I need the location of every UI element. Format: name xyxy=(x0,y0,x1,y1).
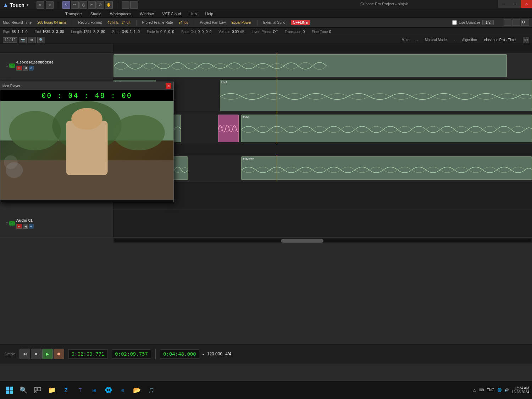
search-icon[interactable]: 🔍 xyxy=(37,37,45,43)
invert-phase-label: Invert Phase xyxy=(251,30,271,34)
end-value[interactable]: 1639. 3. 3. 80 xyxy=(42,30,64,34)
inspector-icon[interactable] xyxy=(512,20,520,26)
rewind-button[interactable]: ⏮ xyxy=(20,349,30,359)
ext-sync-value: OFFLINE xyxy=(291,20,310,25)
record-button[interactable]: ⏺ xyxy=(54,349,64,359)
track-1-mute-btn[interactable]: ◀ xyxy=(23,66,28,71)
clip-label-5: line2 xyxy=(242,115,532,119)
teams-icon[interactable]: T xyxy=(74,384,87,397)
start-button[interactable] xyxy=(3,384,16,397)
explorer-icon[interactable]: 📁 xyxy=(45,384,58,397)
video-titlebar: ideo Player ✕ xyxy=(0,82,173,90)
volume-value[interactable]: 0.00 xyxy=(232,30,239,34)
fadeout-label: Fade-Out xyxy=(181,30,196,34)
split-tool[interactable]: ✂ xyxy=(88,1,96,9)
taskview-icon xyxy=(34,387,41,393)
waveform-icon[interactable] xyxy=(122,1,129,9)
settings-icon[interactable]: ⚙ xyxy=(521,20,529,26)
play-button[interactable]: ▶ xyxy=(42,349,53,359)
system-tray: △ ⌨ ENG 🌐 🔊 12:34 AM 12/28/2024 xyxy=(473,386,529,394)
track-1-e-btn[interactable]: e xyxy=(29,66,34,71)
lang-indicator[interactable]: ENG xyxy=(487,388,494,392)
vstcloud-menu[interactable]: VST Cloud xyxy=(161,11,182,17)
camera-icon[interactable]: 📷 xyxy=(19,37,27,43)
edge-icon[interactable]: e xyxy=(116,384,129,397)
fadein-value[interactable]: 0. 0. 0. 0 xyxy=(160,30,174,34)
fadeout-value[interactable]: 0. 0. 0. 0 xyxy=(198,30,211,34)
mute-val: - xyxy=(416,38,417,42)
svg-point-45 xyxy=(71,108,102,129)
erase-tool[interactable]: ◇ xyxy=(79,1,87,9)
start-label: Start xyxy=(3,30,10,34)
transpose-value[interactable]: 0 xyxy=(303,30,305,34)
track-5-clip-right[interactable]: line3wav xyxy=(241,156,532,180)
fine-tune-value[interactable]: 0 xyxy=(329,30,331,34)
stop-button[interactable]: ■ xyxy=(31,349,41,359)
store-icon[interactable]: ⊞ xyxy=(88,384,101,397)
redo-icon[interactable]: ↻ xyxy=(46,1,54,9)
transport-menu[interactable]: Transport xyxy=(64,11,83,17)
use-quantize-checkbox[interactable] xyxy=(452,20,457,25)
svg-point-47 xyxy=(4,155,18,169)
help-menu[interactable]: Help xyxy=(204,11,215,17)
track-1-m-btn[interactable]: m xyxy=(9,63,15,68)
project-title: Cubase Pro Project - pinjak xyxy=(357,0,411,8)
svg-rect-50 xyxy=(6,390,9,394)
record-format-label: Record Format xyxy=(78,21,102,24)
workspaces-menu[interactable]: Workspaces xyxy=(109,11,133,17)
mixer-icon[interactable] xyxy=(504,20,511,26)
zoom-icon[interactable]: Z xyxy=(60,384,72,397)
window-menu[interactable]: Window xyxy=(138,11,155,17)
track-7-mute-btn[interactable]: ◀ xyxy=(23,224,28,229)
menu-bar: ▲ Touch ▼ ↺ ↻ ↖ ✏ ◇ ✂ ⊕ ✋ Cubase Pro Pro… xyxy=(0,0,532,10)
file-manager-icon[interactable]: 📂 xyxy=(131,384,143,397)
snap-value[interactable]: 348. 1. 1. 0 xyxy=(122,30,140,34)
length-value[interactable]: 1291. 2. 2. 80 xyxy=(83,30,105,34)
minimize-button[interactable]: ─ xyxy=(498,0,509,8)
track-1-clip[interactable] xyxy=(113,54,507,77)
start-value[interactable]: 68. 1. 1. 0 xyxy=(12,30,27,34)
track-7-name: Audio 01 xyxy=(16,218,111,222)
video-close-button[interactable]: ✕ xyxy=(166,83,171,89)
track-7-record-btn[interactable]: ● xyxy=(16,224,22,229)
frame-rate-label: Project Frame Rate xyxy=(142,21,173,24)
volume-unit: dB xyxy=(240,30,244,34)
scrollbar-thumb[interactable] xyxy=(281,239,323,243)
copy-icon[interactable]: ⧉ xyxy=(28,37,36,43)
fadein-label: Fade-In xyxy=(147,30,159,34)
zoom-tool[interactable]: ⊕ xyxy=(96,1,104,9)
hand-tool[interactable]: ✋ xyxy=(105,1,113,9)
app-icon-1[interactable]: 🎵 xyxy=(145,384,157,397)
transport-timecode: 0:04:48.000 xyxy=(160,349,199,359)
track-3-clip-right[interactable]: line2 xyxy=(241,115,532,142)
windows-icon xyxy=(6,387,13,394)
studio-menu[interactable]: Studio xyxy=(89,11,103,17)
track-7-e-btn[interactable]: e xyxy=(29,224,34,229)
menu-items-row: Transport Studio Workspaces Window VST C… xyxy=(0,10,532,18)
quantize-value[interactable]: 1/2 xyxy=(482,20,494,25)
track-1-record-btn[interactable]: ● xyxy=(16,66,22,71)
scrollbar-track[interactable] xyxy=(114,239,531,242)
track-2-clip-right[interactable]: line1 xyxy=(220,80,532,111)
close-button[interactable]: ✕ xyxy=(521,0,532,8)
track-7-header: 7 m Audio 01 ● ◀ e xyxy=(0,210,113,237)
track-7-m-btn[interactable]: m xyxy=(9,221,15,226)
taskview-button[interactable] xyxy=(31,384,44,397)
timeline-ruler: 193 209 225 241 257 273 289 305 321 337 xyxy=(0,44,532,53)
hub-menu[interactable]: Hub xyxy=(188,11,198,17)
frame-rate-value: 24 fps xyxy=(178,21,188,24)
svg-rect-52 xyxy=(34,387,37,391)
undo-icon[interactable]: ↺ xyxy=(37,1,44,9)
settings-cog[interactable]: ⚙ xyxy=(523,37,529,43)
track-3-pink-clip[interactable] xyxy=(218,115,239,142)
track-4-content xyxy=(113,144,532,155)
track-2-content: line1 line1 xyxy=(113,78,532,113)
select-tool[interactable]: ↖ xyxy=(62,1,70,9)
chrome-icon[interactable]: 🌐 xyxy=(102,384,115,397)
midi-icon[interactable] xyxy=(130,1,138,9)
invert-phase-value[interactable]: Off xyxy=(273,30,278,34)
maximize-button[interactable]: □ xyxy=(509,0,521,8)
search-taskbar-button[interactable]: 🔍 xyxy=(17,384,30,397)
svg-point-42 xyxy=(113,115,165,150)
draw-tool[interactable]: ✏ xyxy=(71,1,79,9)
